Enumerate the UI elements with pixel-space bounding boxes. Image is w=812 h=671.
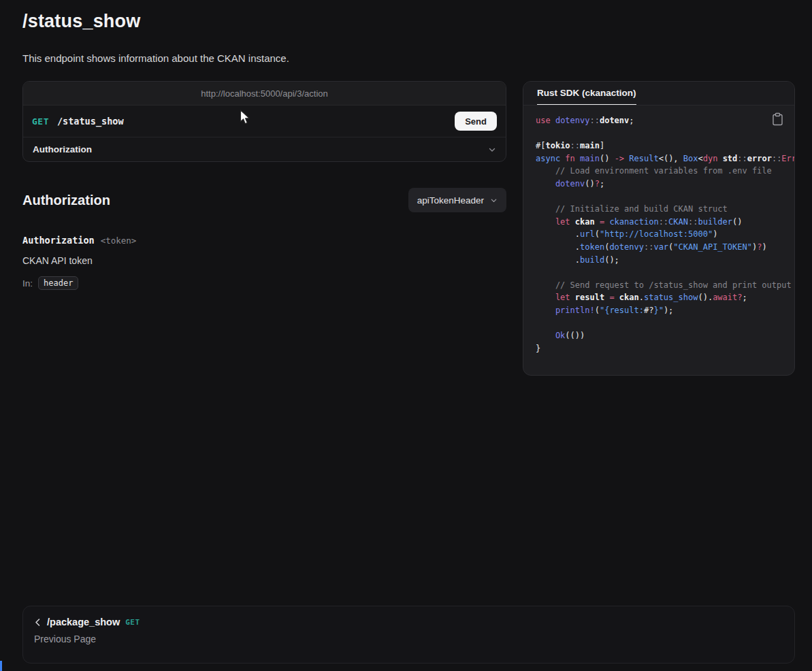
authorization-row-label: Authorization: [33, 144, 92, 154]
code-line: async fn main() -> Result<(), Box<dyn st…: [536, 152, 786, 165]
auth-scheme-select[interactable]: apiTokenHeader: [408, 188, 506, 212]
previous-page-label: Previous Page: [34, 634, 783, 644]
code-block[interactable]: use dotenvy::dotenv;#[tokio::main]async …: [536, 114, 786, 355]
code-line: }: [536, 342, 786, 355]
copy-button[interactable]: [772, 112, 785, 127]
auth-param-type: <token>: [101, 235, 137, 246]
code-line: [536, 266, 786, 279]
code-line: // Load environment variables from .env …: [536, 165, 786, 178]
code-area: use dotenvy::dotenv;#[tokio::main]async …: [523, 105, 794, 355]
code-line: dotenv()?;: [536, 178, 786, 191]
tab-rust-sdk[interactable]: Rust SDK (ckanaction): [537, 82, 636, 105]
code-line: Ok(()): [536, 329, 786, 342]
code-line: use dotenvy::dotenv;: [536, 114, 786, 127]
code-line: println!("{result:#?}");: [536, 304, 786, 317]
code-line: [536, 127, 786, 140]
code-line: .url("http://localhost:5000"): [536, 228, 786, 241]
code-line: // Initialize and build CKAN struct: [536, 203, 786, 216]
edge-accent-sliver: [0, 661, 2, 671]
auth-scheme-value: apiTokenHeader: [417, 195, 484, 206]
http-method-badge: GET: [32, 116, 49, 127]
auth-in-label: In:: [22, 278, 33, 289]
chevron-left-icon: [34, 618, 42, 627]
code-line: [536, 317, 786, 330]
chevron-down-icon: [490, 197, 498, 204]
code-line: // Send request to /status_show and prin…: [536, 279, 786, 292]
previous-page-method-badge: GET: [125, 618, 140, 627]
code-example-card: Rust SDK (ckanaction) use dotenvy::doten…: [523, 81, 795, 376]
auth-in-value-badge: header: [38, 276, 78, 290]
code-tabstrip: Rust SDK (ckanaction): [523, 82, 794, 105]
chevron-down-icon: [488, 146, 496, 154]
api-request-card: http://localhost:5000/api/3/action GET /…: [22, 81, 506, 162]
page-title: /status_show: [22, 11, 140, 32]
code-line: let result = ckan.status_show().await?;: [536, 291, 786, 304]
previous-page-path: /package_show: [47, 617, 120, 627]
authorization-heading: Authorization: [22, 193, 110, 208]
authorization-collapsible-row[interactable]: Authorization: [23, 137, 506, 161]
previous-page-card[interactable]: /package_show GET Previous Page: [22, 606, 795, 664]
authorization-section: Authorization apiTokenHeader Authorizati…: [22, 188, 506, 290]
clipboard-icon: [772, 112, 785, 126]
request-row: GET /status_show Send: [23, 105, 506, 137]
page-description: This endpoint shows information about th…: [22, 52, 289, 64]
code-line: .build();: [536, 254, 786, 267]
send-button[interactable]: Send: [455, 112, 497, 131]
code-line: [536, 191, 786, 203]
auth-param-description: CKAN API token: [22, 255, 506, 266]
request-path: /status_show: [57, 116, 124, 127]
code-line: let ckan = ckanaction::CKAN::builder(): [536, 216, 786, 229]
base-url: http://localhost:5000/api/3/action: [201, 88, 327, 99]
code-line: #[tokio::main]: [536, 140, 786, 152]
base-url-bar[interactable]: http://localhost:5000/api/3/action: [23, 82, 506, 105]
auth-param-name: Authorization: [22, 235, 95, 246]
code-line: .token(dotenvy::var("CKAN_API_TOKEN")?): [536, 241, 786, 254]
